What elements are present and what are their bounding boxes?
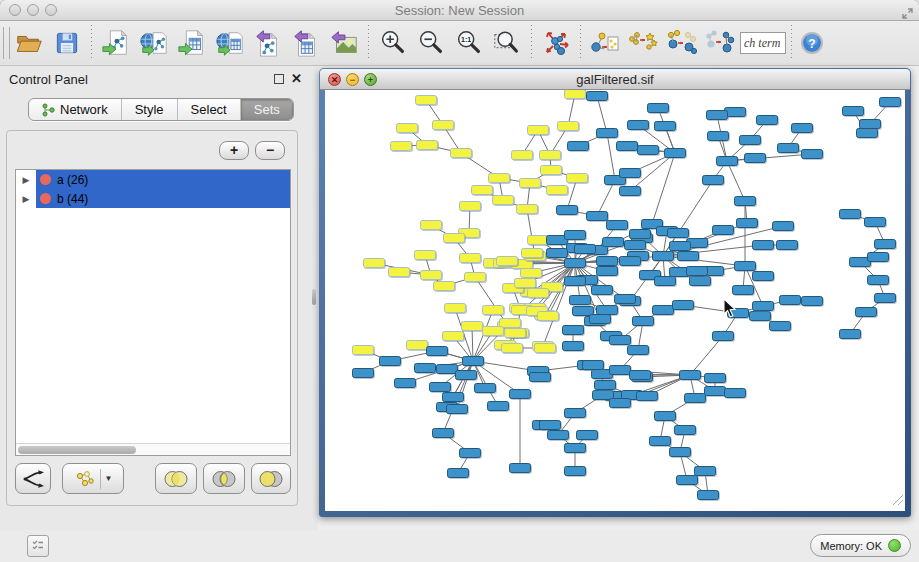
horizontal-scrollbar[interactable] <box>16 443 290 455</box>
extract-set-button[interactable] <box>15 463 51 494</box>
intersect-sets-button[interactable] <box>203 463 245 494</box>
graph-node[interactable] <box>733 286 754 295</box>
graph-node[interactable] <box>637 392 658 401</box>
graph-node[interactable] <box>517 205 538 214</box>
graph-node[interactable] <box>570 296 591 305</box>
graph-node[interactable] <box>780 296 801 305</box>
graph-node[interactable] <box>520 179 541 188</box>
graph-node[interactable] <box>690 277 711 286</box>
zoom-selected-button[interactable] <box>488 24 526 62</box>
graph-node[interactable] <box>617 142 638 151</box>
graph-node[interactable] <box>415 251 436 260</box>
graph-node[interactable] <box>840 330 861 339</box>
graph-node[interactable] <box>773 222 794 231</box>
graph-node[interactable] <box>880 98 901 107</box>
tab-network[interactable]: Network <box>29 99 122 120</box>
graph-node[interactable] <box>707 111 728 120</box>
graph-node[interactable] <box>587 92 608 101</box>
graph-node[interactable] <box>673 301 694 310</box>
graph-node[interactable] <box>620 257 641 266</box>
graph-node[interactable] <box>875 294 896 303</box>
graph-node[interactable] <box>483 327 504 336</box>
graph-node[interactable] <box>472 186 493 195</box>
tab-select[interactable]: Select <box>178 99 241 120</box>
graph-node[interactable] <box>655 277 676 286</box>
graph-node[interactable] <box>421 221 442 230</box>
show-all-button[interactable] <box>700 24 738 62</box>
open-session-button[interactable] <box>10 24 48 62</box>
graph-node[interactable] <box>705 374 726 383</box>
graph-node[interactable] <box>698 491 719 500</box>
graph-node[interactable] <box>443 332 464 341</box>
graph-node[interactable] <box>595 381 616 390</box>
graph-node[interactable] <box>753 272 774 281</box>
set-row-b[interactable]: ▶ b (44) <box>16 189 290 208</box>
graph-node[interactable] <box>380 357 401 366</box>
graph-node[interactable] <box>860 120 881 129</box>
graph-node[interactable] <box>592 286 613 295</box>
graph-node[interactable] <box>587 212 608 221</box>
task-history-button[interactable] <box>27 535 49 557</box>
graph-node[interactable] <box>603 238 624 247</box>
graph-node[interactable] <box>565 90 586 99</box>
graph-node[interactable] <box>695 467 716 476</box>
graph-node[interactable] <box>597 306 618 315</box>
graph-node[interactable] <box>465 273 486 282</box>
graph-node[interactable] <box>565 259 586 268</box>
graph-node[interactable] <box>565 231 586 240</box>
graph-node[interactable] <box>445 304 466 313</box>
graph-node[interactable] <box>648 104 669 113</box>
graph-node[interactable] <box>628 121 649 130</box>
graph-node[interactable] <box>364 259 385 268</box>
difference-sets-button[interactable] <box>251 463 291 494</box>
graph-node[interactable] <box>415 364 436 373</box>
graph-node[interactable] <box>597 257 618 266</box>
graph-node[interactable] <box>777 241 798 250</box>
graph-node[interactable] <box>685 394 706 403</box>
export-table-button[interactable] <box>287 24 325 62</box>
graph-node[interactable] <box>434 282 455 291</box>
graph-node[interactable] <box>628 346 649 355</box>
graph-node[interactable] <box>840 210 861 219</box>
graph-node[interactable] <box>565 444 586 453</box>
graph-node[interactable] <box>397 124 418 133</box>
graph-node[interactable] <box>391 142 412 151</box>
graph-node[interactable] <box>460 254 481 263</box>
disclosure-triangle-icon[interactable]: ▶ <box>16 175 36 185</box>
graph-node[interactable] <box>493 196 514 205</box>
graph-node[interactable] <box>675 426 696 435</box>
graph-node[interactable] <box>583 361 604 370</box>
first-neighbors-button[interactable] <box>624 24 662 62</box>
create-set-dropdown[interactable]: ▼ <box>62 463 124 494</box>
graph-node[interactable] <box>444 234 465 243</box>
graph-node[interactable] <box>535 344 556 353</box>
graph-node[interactable] <box>462 322 483 331</box>
graph-node[interactable] <box>687 267 708 276</box>
graph-node[interactable] <box>528 289 549 298</box>
graph-node[interactable] <box>713 226 734 235</box>
graph-node[interactable] <box>792 124 813 133</box>
add-set-button[interactable]: + <box>219 141 249 160</box>
graph-node[interactable] <box>565 467 586 476</box>
graph-node[interactable] <box>563 326 584 335</box>
graph-node[interactable] <box>615 295 636 304</box>
graph-node[interactable] <box>670 242 691 251</box>
graph-node[interactable] <box>703 176 724 185</box>
graph-node[interactable] <box>597 267 618 276</box>
graph-node[interactable] <box>630 371 651 380</box>
graph-node[interactable] <box>443 393 464 402</box>
graph-node[interactable] <box>448 469 469 478</box>
union-sets-button[interactable] <box>155 463 197 494</box>
graph-node[interactable] <box>540 421 561 430</box>
import-network-url-button[interactable] <box>135 24 173 62</box>
graph-node[interactable] <box>353 369 374 378</box>
zoom-out-button[interactable] <box>412 24 450 62</box>
graph-node[interactable] <box>460 202 481 211</box>
graph-node[interactable] <box>875 240 896 249</box>
graph-node[interactable] <box>740 136 761 145</box>
hide-selected-button[interactable] <box>662 24 700 62</box>
graph-node[interactable] <box>857 129 878 138</box>
graph-node[interactable] <box>568 142 589 151</box>
graph-node[interactable] <box>678 252 699 261</box>
graph-node[interactable] <box>451 149 472 158</box>
